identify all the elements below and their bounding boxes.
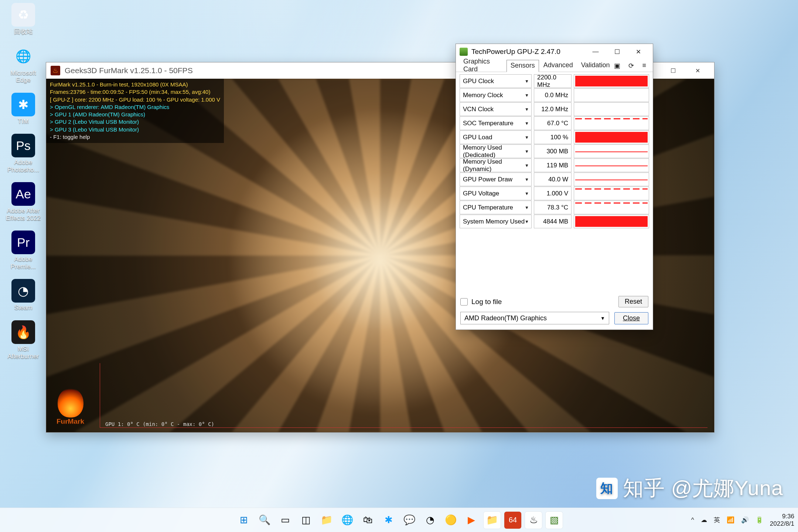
sensor-graph	[574, 88, 649, 102]
chevron-down-icon: ▼	[525, 135, 529, 140]
watermark: 知 知乎 @尤娜Yuna	[596, 474, 783, 502]
gpuz-maximize-button[interactable]: ☐	[606, 44, 628, 59]
desktop-icon[interactable]: Ps Adobe Photosho...	[3, 134, 44, 173]
desktop-icons: ♻ 回收站🌐 Microsoft Edge✱ TIMPs Adobe Photo…	[3, 3, 44, 360]
search-button[interactable]: 🔍	[256, 512, 273, 529]
sensor-label-dropdown[interactable]: System Memory Used▼	[460, 215, 532, 228]
sensor-label-dropdown[interactable]: GPU Load▼	[460, 130, 532, 144]
system-tray: ^ ☁ 英 📶 🔊 🔋 9:36 2022/8/1	[691, 513, 794, 527]
sensor-label-dropdown[interactable]: CPU Temperature▼	[460, 201, 532, 214]
furmark-logo: FurMark	[53, 385, 88, 426]
tab-sensors[interactable]: Sensors	[507, 60, 539, 72]
sensor-graph	[574, 173, 649, 186]
gpuz-tabstrip: Graphics Card Sensors Advanced Validatio…	[456, 59, 653, 72]
widgets-button[interactable]: ◫	[297, 512, 314, 529]
volume-icon[interactable]: 🔊	[741, 516, 749, 524]
log-to-file-checkbox[interactable]	[460, 298, 468, 306]
start-button[interactable]: ⊞	[235, 512, 252, 529]
screenshot-icon[interactable]: ▣	[614, 62, 620, 70]
chrome-icon[interactable]: 🟡	[442, 512, 459, 529]
tim-icon[interactable]: ✱	[380, 512, 397, 529]
gpuz-minimize-button[interactable]: —	[585, 44, 606, 59]
sensor-graph	[574, 116, 649, 130]
taskbar: ⊞ 🔍 ▭ ◫ 📁 🌐 🛍 ✱ 💬 ◔ 🟡 ▶ 📁 64 ♨ ▧ ^ ☁ 英 📶…	[0, 508, 798, 532]
gpu-select-dropdown[interactable]: AMD Radeon(TM) Graphics ▼	[460, 312, 609, 324]
furmark-close-button[interactable]: ✕	[685, 62, 710, 79]
sensor-label-dropdown[interactable]: Memory Clock▼	[460, 88, 532, 102]
furmark-overlay-line: > GPU 1 (AMD Radeon(TM) Graphics)	[50, 111, 220, 118]
chevron-down-icon: ▼	[525, 219, 529, 224]
furmark-overlay-line: > GPU 3 (Lebo Virtual USB Monitor)	[50, 126, 220, 133]
tab-validation[interactable]: Validation	[577, 60, 614, 71]
desktop-icon[interactable]: ✱ TIM	[3, 93, 44, 125]
reset-button[interactable]: Reset	[618, 296, 648, 307]
sensor-value: 119 MB	[534, 158, 572, 172]
sensor-row: GPU Clock▼ 2200.0 MHz	[460, 74, 649, 88]
gpuz-app-icon	[460, 48, 468, 56]
chevron-down-icon: ▼	[525, 93, 529, 98]
app-icon: Ae	[11, 182, 35, 206]
sensor-label-dropdown[interactable]: GPU Power Draw▼	[460, 173, 532, 186]
furmark-taskbar-icon[interactable]: ♨	[525, 512, 542, 529]
sensor-label-dropdown[interactable]: SOC Temperature▼	[460, 116, 532, 130]
app-icon: Pr	[11, 231, 35, 254]
gpuz-title: TechPowerUp GPU-Z 2.47.0	[471, 48, 560, 56]
sensor-value: 12.0 MHz	[534, 102, 572, 116]
battery-icon[interactable]: 🔋	[756, 516, 763, 524]
wechat-icon[interactable]: 💬	[401, 512, 418, 529]
explorer-icon[interactable]: 📁	[318, 512, 335, 529]
close-button[interactable]: Close	[614, 312, 648, 324]
desktop-icon[interactable]: 🔥 MSI Afterburner	[3, 320, 44, 360]
menu-icon[interactable]: ≡	[642, 62, 646, 70]
sensor-graph	[574, 130, 649, 144]
sensor-row: SOC Temperature▼ 67.0 °C	[460, 116, 649, 130]
furmark-temperature-graph	[100, 363, 707, 428]
sensor-row: GPU Load▼ 100 %	[460, 130, 649, 144]
sensor-value: 100 %	[534, 130, 572, 144]
desktop-icon[interactable]: ◔ Steam	[3, 279, 44, 311]
furmark-overlay-line: FurMark v1.25.1.0 - Burn-in test, 1920x1…	[50, 81, 220, 88]
sensor-label-dropdown[interactable]: VCN Clock▼	[460, 102, 532, 116]
tab-advanced[interactable]: Advanced	[540, 60, 577, 71]
log-to-file-label: Log to file	[471, 298, 502, 306]
sensor-row: System Memory Used▼ 4844 MB	[460, 215, 649, 228]
sensor-row: VCN Clock▼ 12.0 MHz	[460, 102, 649, 116]
sensor-label-dropdown[interactable]: GPU Voltage▼	[460, 187, 532, 200]
gpu-select-value: AMD Radeon(TM) Graphics	[464, 314, 547, 322]
sensor-value: 2200.0 MHz	[534, 74, 572, 88]
desktop-icon[interactable]: 🌐 Microsoft Edge	[3, 44, 44, 84]
app-icon: ✱	[11, 93, 35, 116]
sensor-label-dropdown[interactable]: GPU Clock▼	[460, 74, 532, 88]
app-icon: ◔	[11, 279, 35, 303]
chevron-down-icon: ▼	[600, 316, 605, 321]
desktop-icon-label: TIM	[18, 118, 28, 125]
sensor-label-dropdown[interactable]: Memory Used (Dedicated)▼	[460, 144, 532, 158]
furmark-stats-overlay: FurMark v1.25.1.0 - Burn-in test, 1920x1…	[46, 79, 224, 143]
clock[interactable]: 9:36 2022/8/1	[770, 513, 794, 527]
media-icon[interactable]: ▶	[463, 512, 480, 529]
desktop-icon[interactable]: Pr Adobe Premie...	[3, 231, 44, 270]
aida64-icon[interactable]: 64	[504, 512, 521, 529]
gpuz-taskbar-icon[interactable]: ▧	[546, 512, 563, 529]
tray-chevron-icon[interactable]: ^	[691, 516, 694, 524]
store-icon[interactable]: 🛍	[359, 512, 376, 529]
wifi-icon[interactable]: 📶	[727, 516, 734, 524]
ime-indicator[interactable]: 英	[714, 516, 720, 524]
sensor-label-dropdown[interactable]: Memory Used (Dynamic)▼	[460, 158, 532, 172]
refresh-icon[interactable]: ⟳	[628, 62, 634, 70]
sensor-row: Memory Clock▼ 0.0 MHz	[460, 88, 649, 102]
explorer-running-icon[interactable]: 📁	[484, 512, 501, 529]
sensor-value: 0.0 MHz	[534, 88, 572, 102]
gpuz-sensor-list: GPU Clock▼ 2200.0 MHz Memory Clock▼ 0.0 …	[456, 72, 653, 293]
desktop-icon[interactable]: Ae Adobe After Effects 2022	[3, 182, 44, 222]
tray-onedrive-icon[interactable]: ☁	[701, 516, 707, 524]
gpuz-close-window-button[interactable]: ✕	[628, 44, 649, 59]
task-view-button[interactable]: ▭	[277, 512, 294, 529]
desktop-icon-label: Microsoft Edge	[3, 69, 44, 84]
furmark-maximize-button[interactable]: ☐	[661, 62, 685, 79]
chevron-down-icon: ▼	[525, 163, 529, 168]
desktop-icon[interactable]: ♻ 回收站	[3, 3, 44, 35]
edge-icon[interactable]: 🌐	[339, 512, 356, 529]
steam-icon[interactable]: ◔	[422, 512, 439, 529]
chevron-down-icon: ▼	[525, 177, 529, 182]
